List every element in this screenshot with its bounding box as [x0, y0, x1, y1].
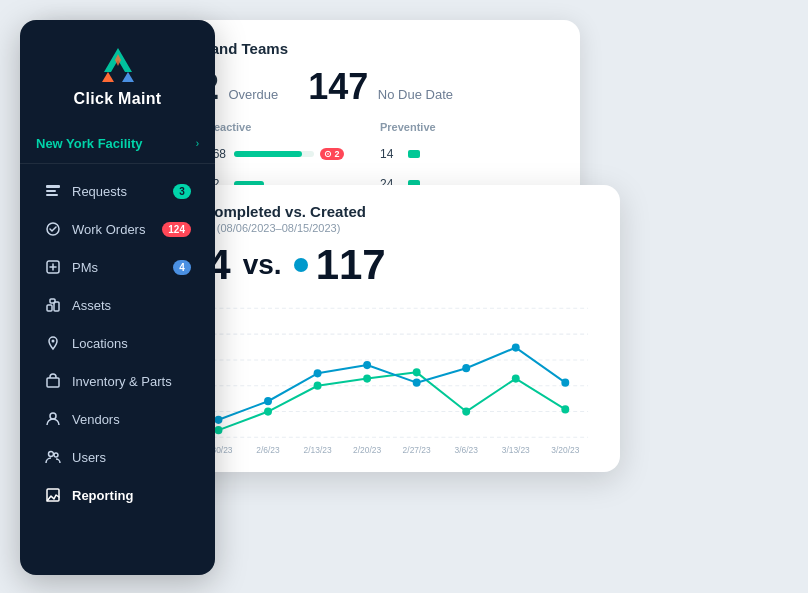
svg-point-27	[264, 407, 272, 415]
svg-point-12	[54, 453, 58, 457]
preventive-header: Preventive	[380, 121, 554, 133]
svg-point-35	[264, 397, 272, 405]
reactive-header: Reactive	[206, 121, 380, 133]
pms-label: PMs	[72, 260, 98, 275]
work-orders-label: Work Orders	[72, 222, 145, 237]
svg-point-38	[413, 379, 421, 387]
vs-text: vs.	[243, 249, 282, 281]
inventory-icon	[44, 372, 62, 390]
sidebar-item-work-orders[interactable]: Work Orders 124	[28, 211, 207, 247]
reactive-cell: 168 ⊙ 2	[206, 147, 380, 161]
locations-icon	[44, 334, 62, 352]
logo-area: Click Maint	[20, 44, 215, 108]
work-orders-badge: 124	[162, 222, 191, 237]
svg-point-34	[215, 416, 223, 424]
no-due-label: No Due Date	[378, 87, 453, 102]
svg-point-32	[512, 374, 520, 382]
preventive-cell: 14	[380, 147, 554, 161]
svg-point-37	[363, 361, 371, 369]
no-due-stat: 147 No Due Date	[308, 69, 453, 105]
assets-icon	[44, 296, 62, 314]
svg-rect-9	[47, 378, 59, 387]
sidebar-item-pms[interactable]: PMs 4	[28, 249, 207, 285]
line-chart: 120 100 80 60 40 20	[162, 298, 598, 458]
pms-icon	[44, 258, 62, 276]
svg-text:3/13/23: 3/13/23	[502, 445, 530, 455]
sidebar-item-assets[interactable]: Assets	[28, 287, 207, 323]
svg-rect-7	[50, 299, 55, 303]
no-due-count: 147	[308, 66, 368, 107]
users-label: Users	[72, 450, 106, 465]
svg-point-41	[561, 379, 569, 387]
requests-icon	[44, 182, 62, 200]
sidebar-item-vendors[interactable]: Vendors	[28, 401, 207, 437]
reporting-label: Reporting	[72, 488, 133, 503]
facility-name: New York Facility	[36, 136, 142, 151]
svg-point-10	[50, 413, 56, 419]
assets-label: Assets	[72, 298, 111, 313]
vendors-icon	[44, 410, 62, 428]
wc-card-subtitle: Last Week (08/06/2023–08/15/2023)	[162, 222, 598, 234]
app-name: Click Maint	[74, 90, 162, 108]
svg-point-28	[314, 382, 322, 390]
svg-text:2/20/23: 2/20/23	[353, 445, 381, 455]
reporting-icon	[44, 486, 62, 504]
svg-rect-1	[46, 190, 56, 192]
requests-label: Requests	[72, 184, 127, 199]
reactive-bar-track	[234, 151, 314, 157]
svg-text:2/6/23: 2/6/23	[256, 445, 280, 455]
sidebar: Click Maint New York Facility › Requests…	[20, 20, 215, 575]
facility-chevron-icon: ›	[196, 138, 199, 149]
chart-container: 120 100 80 60 40 20	[162, 298, 598, 458]
sidebar-item-users[interactable]: Users	[28, 439, 207, 475]
svg-rect-2	[46, 194, 58, 196]
users-icon	[44, 448, 62, 466]
svg-point-30	[413, 368, 421, 376]
inventory-label: Inventory & Parts	[72, 374, 172, 389]
wc-card-title: Work Completed vs. Created	[162, 203, 598, 220]
app-logo-icon	[94, 44, 142, 84]
preventive-bar	[408, 150, 420, 158]
svg-rect-5	[47, 305, 52, 311]
vendors-label: Vendors	[72, 412, 120, 427]
svg-point-31	[462, 407, 470, 415]
locations-label: Locations	[72, 336, 128, 351]
svg-point-8	[52, 340, 55, 343]
sidebar-item-inventory[interactable]: Inventory & Parts	[28, 363, 207, 399]
svg-point-39	[462, 364, 470, 372]
work-orders-icon	[44, 220, 62, 238]
created-dot	[294, 258, 308, 272]
svg-text:2/27/23: 2/27/23	[403, 445, 431, 455]
svg-text:3/20/23: 3/20/23	[551, 445, 579, 455]
svg-text:2/13/23: 2/13/23	[304, 445, 332, 455]
sidebar-item-reporting[interactable]: Reporting	[28, 477, 207, 513]
reactive-bar-fill	[234, 151, 302, 157]
sidebar-item-locations[interactable]: Locations	[28, 325, 207, 361]
created-number: 117	[316, 244, 386, 286]
wc-numbers: 84 vs. 117	[162, 244, 598, 286]
pms-badge: 4	[173, 260, 191, 275]
svg-point-26	[215, 426, 223, 434]
svg-point-40	[512, 343, 520, 351]
svg-text:3/6/23: 3/6/23	[455, 445, 479, 455]
overdue-badge: ⊙ 2	[320, 148, 344, 160]
preventive-num: 14	[380, 147, 402, 161]
svg-point-36	[314, 369, 322, 377]
facility-selector[interactable]: New York Facility ›	[20, 128, 215, 164]
svg-point-29	[363, 374, 371, 382]
svg-rect-0	[46, 185, 60, 188]
requests-badge: 3	[173, 184, 191, 199]
svg-point-11	[49, 452, 54, 457]
app-container: Click Maint New York Facility › Requests…	[0, 0, 808, 593]
overdue-label: Overdue	[228, 87, 278, 102]
sidebar-item-requests[interactable]: Requests 3	[28, 173, 207, 209]
svg-point-33	[561, 405, 569, 413]
